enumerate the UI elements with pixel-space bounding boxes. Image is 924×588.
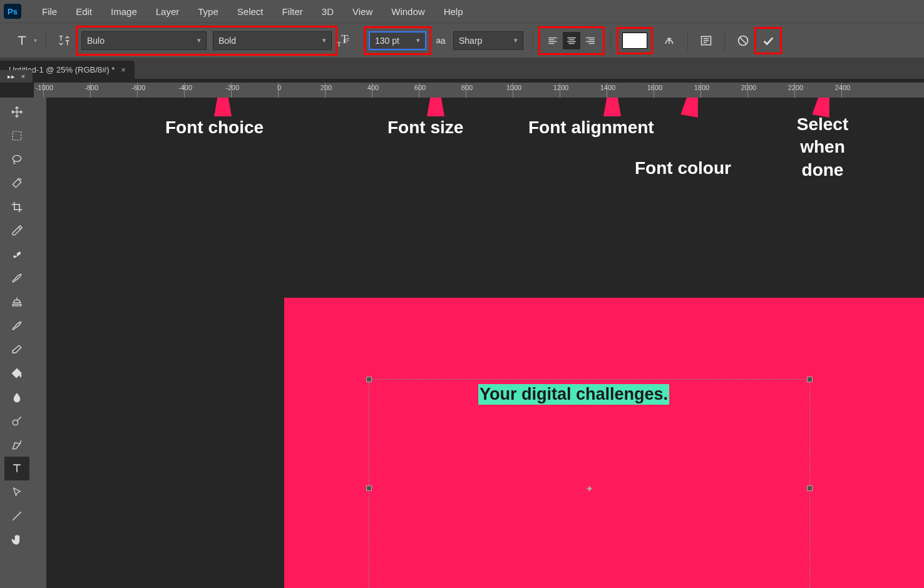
annotation-arrow-icon <box>427 98 444 116</box>
antialias-dropdown[interactable]: Sharp ▾ <box>453 31 523 50</box>
svg-rect-4 <box>13 251 21 258</box>
path-selection-tool-icon[interactable] <box>4 480 29 504</box>
blur-tool-icon[interactable] <box>4 385 29 409</box>
selected-text[interactable]: Your digital challenges. <box>478 384 669 405</box>
ruler-vertical <box>34 98 46 588</box>
menu-type[interactable]: Type <box>188 0 228 23</box>
annotation-arrow-icon <box>603 98 621 116</box>
cancel-icon[interactable] <box>734 31 752 50</box>
antialias-icon: aa <box>433 31 448 50</box>
svg-point-5 <box>13 420 18 425</box>
font-style-value: Bold <box>218 36 236 46</box>
menu-filter[interactable]: Filter <box>273 0 312 23</box>
menu-help[interactable]: Help <box>434 0 473 23</box>
font-size-dropdown[interactable]: 130 pt ▾ <box>369 31 426 50</box>
font-family-dropdown[interactable]: Bulo ▾ <box>81 31 207 50</box>
svg-point-3 <box>13 155 21 161</box>
text-color-swatch[interactable] <box>622 33 647 49</box>
menu-layer[interactable]: Layer <box>146 0 189 23</box>
close-icon[interactable]: × <box>21 73 25 80</box>
ruler-horizontal: -1000-800-600-400-2000200400600800100012… <box>34 83 924 98</box>
antialias-value: Sharp <box>459 36 482 46</box>
alignment-group <box>542 29 602 52</box>
font-choice-group: Bulo ▾ Bold ▾ <box>79 29 334 53</box>
text-bounding-box[interactable]: ✦ <box>369 379 810 588</box>
document-tabs: Untitled-1 @ 25% (RGB/8#) * × <box>0 58 924 79</box>
crop-tool-icon[interactable] <box>4 195 29 219</box>
history-brush-tool-icon[interactable] <box>4 314 29 338</box>
menu-bar: Ps File Edit Image Layer Type Select Fil… <box>0 0 924 23</box>
menu-edit[interactable]: Edit <box>66 0 101 23</box>
resize-handle[interactable] <box>807 485 813 491</box>
center-marker-icon: ✦ <box>585 484 594 493</box>
color-swatch-group <box>620 30 650 51</box>
chevron-down-icon: ▾ <box>514 36 518 44</box>
font-size-icon: T T <box>343 31 362 50</box>
panel-flyout-strip[interactable]: ▸▸ × <box>0 70 33 83</box>
annotation-label: Font choice <box>165 116 264 139</box>
canvas-area[interactable]: ✦ Your digital challenges. Font choice F… <box>46 98 924 588</box>
chevron-down-icon: ▾ <box>416 36 420 44</box>
options-bar: ▾ Bulo ▾ Bold ▾ T T 130 pt ▾ aa Sharp ▾ <box>0 23 924 58</box>
app-logo: Ps <box>4 4 21 19</box>
hand-tool-icon[interactable] <box>4 528 29 552</box>
commit-group <box>757 30 779 51</box>
clone-stamp-tool-icon[interactable] <box>4 290 29 314</box>
menu-select[interactable]: Select <box>228 0 273 23</box>
move-tool-icon[interactable] <box>4 100 29 124</box>
annotation-label: Select when done <box>788 113 857 181</box>
warp-text-icon[interactable] <box>660 31 679 50</box>
close-icon[interactable]: × <box>121 65 126 74</box>
resize-handle[interactable] <box>366 485 372 491</box>
pen-tool-icon[interactable] <box>4 433 29 457</box>
align-right-button[interactable] <box>582 32 599 49</box>
menu-image[interactable]: Image <box>101 0 146 23</box>
annotation-label: Font alignment <box>528 116 654 139</box>
resize-handle[interactable] <box>366 377 372 382</box>
eraser-tool-icon[interactable] <box>4 338 29 362</box>
align-center-button[interactable] <box>563 32 580 49</box>
type-tool-icon[interactable] <box>4 457 29 480</box>
menu-file[interactable]: File <box>33 0 66 23</box>
dodge-tool-icon[interactable] <box>4 409 29 433</box>
font-size-group: 130 pt ▾ <box>367 29 428 52</box>
annotation-arrow-icon <box>214 98 232 116</box>
marquee-tool-icon[interactable] <box>4 124 29 148</box>
font-style-dropdown[interactable]: Bold ▾ <box>213 31 332 50</box>
eyedropper-tool-icon[interactable] <box>4 219 29 243</box>
font-size-value: 130 pt <box>375 36 399 46</box>
align-left-button[interactable] <box>544 32 562 49</box>
chevron-down-icon: ▾ <box>322 36 326 44</box>
magic-wand-tool-icon[interactable] <box>4 171 29 195</box>
tools-panel <box>0 98 34 588</box>
character-panel-icon[interactable] <box>697 31 716 50</box>
healing-brush-tool-icon[interactable] <box>4 243 29 266</box>
menu-view[interactable]: View <box>343 0 382 23</box>
tool-preset-arrow-icon[interactable]: ▾ <box>34 37 37 44</box>
font-family-value: Bulo <box>87 36 105 46</box>
chevron-down-icon: ▾ <box>197 36 201 44</box>
line-tool-icon[interactable] <box>4 504 29 528</box>
resize-handle[interactable] <box>807 377 813 382</box>
paint-bucket-tool-icon[interactable] <box>4 362 29 385</box>
commit-check-icon[interactable] <box>759 31 778 50</box>
lasso-tool-icon[interactable] <box>4 148 29 171</box>
annotation-arrow-icon <box>680 98 706 118</box>
svg-rect-2 <box>13 131 21 140</box>
type-tool-indicator-icon[interactable] <box>13 31 31 50</box>
brush-tool-icon[interactable] <box>4 266 29 290</box>
annotation-label: Font size <box>388 116 463 139</box>
expand-icon: ▸▸ <box>8 73 15 81</box>
menu-3d[interactable]: 3D <box>312 0 343 23</box>
text-orientation-toggle-icon[interactable] <box>55 31 74 50</box>
annotation-label: Font colour <box>635 157 731 180</box>
menu-window[interactable]: Window <box>382 0 434 23</box>
